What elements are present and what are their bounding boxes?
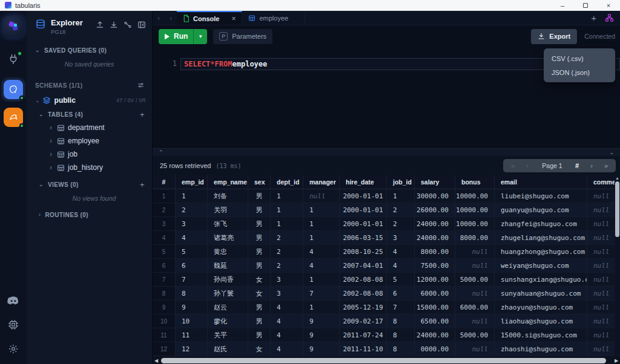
table-row[interactable]: 1212赵氏女492011-11-1080000.00nullzhaoshi@s… <box>153 342 620 356</box>
data-cell-emp_name[interactable]: 刘备 <box>208 189 248 203</box>
column-header-bonus[interactable]: bonus <box>455 175 495 189</box>
data-cell-comment[interactable]: null <box>587 314 615 328</box>
row-number-cell[interactable]: 6 <box>153 259 176 272</box>
data-cell-sex[interactable]: 男 <box>248 301 271 314</box>
table-item-job_history[interactable]: ›job_history <box>36 161 152 174</box>
column-header-salary[interactable]: salary <box>415 175 455 189</box>
data-cell-manager[interactable]: 1 <box>303 203 340 216</box>
export-button[interactable]: Export <box>531 29 577 44</box>
row-number-cell[interactable]: 3 <box>153 217 176 230</box>
filter-sliders-icon[interactable] <box>137 82 145 89</box>
column-header-#[interactable]: # <box>153 175 176 189</box>
collapse-up-icon[interactable]: ⌃ <box>159 149 163 155</box>
data-cell-dept_id[interactable]: 3 <box>271 273 303 286</box>
column-header-job_id[interactable]: job_id <box>387 175 415 189</box>
data-cell-job_id[interactable]: 4 <box>387 259 415 272</box>
new-tab-button[interactable]: + <box>591 13 596 23</box>
tables-section[interactable]: ⌄ TABLES (4) + <box>36 108 152 121</box>
add-view-button[interactable]: + <box>140 180 145 189</box>
data-cell-hire_date[interactable]: 2008-10-25 <box>340 245 387 258</box>
data-cell-emp_name[interactable]: 廖化 <box>208 314 248 328</box>
data-cell-emp_name[interactable]: 张飞 <box>208 217 248 230</box>
data-cell-job_id[interactable]: 2 <box>387 203 415 216</box>
data-cell-dept_id[interactable]: 1 <box>271 189 303 203</box>
parameters-button[interactable]: P Parameters <box>213 29 272 44</box>
data-cell-salary[interactable]: 24000.00 <box>415 328 455 342</box>
table-row[interactable]: 66魏延男242007-04-0147500.00nullweiyan@shug… <box>153 259 620 273</box>
table-item-department[interactable]: ›department <box>36 121 152 134</box>
column-header-email[interactable]: email <box>495 175 587 189</box>
data-cell-email[interactable]: sunshangxiang@shuguo.com <box>495 273 587 286</box>
data-cell-dept_id[interactable]: 4 <box>271 301 303 314</box>
table-row[interactable]: 44诸葛亮男212006-03-15324000.008000.00zhugel… <box>153 231 620 245</box>
collapse-down-icon[interactable]: ⌄ <box>609 149 614 155</box>
data-cell-emp_name[interactable]: 关羽 <box>208 203 248 216</box>
data-cell-hire_date[interactable]: 2011-11-10 <box>340 342 387 356</box>
data-cell-salary[interactable]: 26000.00 <box>415 203 455 216</box>
data-cell-hire_date[interactable]: 2006-03-15 <box>340 231 387 244</box>
column-header-emp_id[interactable]: emp_id <box>176 175 208 189</box>
data-cell-manager[interactable]: 1 <box>303 231 340 244</box>
data-cell-manager[interactable]: 1 <box>303 273 340 286</box>
data-cell-bonus[interactable]: 10000.00 <box>455 203 495 216</box>
data-cell-job_id[interactable]: 8 <box>387 328 415 342</box>
tab-nav-back-button[interactable]: ‹ <box>153 11 165 25</box>
data-cell-salary[interactable]: 7500.00 <box>415 259 455 272</box>
data-cell-manager[interactable]: 1 <box>303 217 340 230</box>
data-cell-bonus[interactable]: null <box>455 259 495 272</box>
data-cell-hire_date[interactable]: 2011-07-24 <box>340 328 387 342</box>
data-cell-emp_id[interactable]: 12 <box>176 342 208 356</box>
table-row[interactable]: 55黄忠男242008-10-2548000.00nullhuangzhong@… <box>153 245 620 259</box>
row-number-cell[interactable]: 9 <box>153 301 176 314</box>
data-cell-comment[interactable]: null <box>587 328 615 342</box>
row-number-cell[interactable]: 2 <box>153 203 176 216</box>
data-cell-comment[interactable]: null <box>587 203 615 216</box>
data-cell-bonus[interactable]: 10000.00 <box>455 189 495 203</box>
data-cell-comment[interactable]: null <box>587 217 615 230</box>
data-cell-hire_date[interactable]: 2000-01-01 <box>340 203 387 216</box>
data-cell-emp_id[interactable]: 6 <box>176 259 208 272</box>
data-cell-emp_id[interactable]: 4 <box>176 231 208 244</box>
horizontal-scroll-thumb[interactable] <box>161 358 606 363</box>
horizontal-scrollbar[interactable]: ◀ ▶ <box>153 357 620 364</box>
data-cell-emp_name[interactable]: 孙尚香 <box>208 273 248 286</box>
data-cell-sex[interactable]: 男 <box>248 189 271 203</box>
close-button[interactable]: × <box>597 0 620 10</box>
data-cell-hire_date[interactable]: 2007-04-01 <box>340 259 387 272</box>
data-cell-salary[interactable]: 8000.00 <box>415 245 455 258</box>
data-cell-comment[interactable]: null <box>587 259 615 272</box>
data-cell-emp_id[interactable]: 11 <box>176 328 208 342</box>
prev-page-button[interactable]: ‹ <box>520 162 535 169</box>
data-cell-comment[interactable]: null <box>587 301 615 314</box>
data-cell-bonus[interactable]: null <box>455 287 495 300</box>
data-cell-dept_id[interactable]: 3 <box>271 287 303 300</box>
data-cell-hire_date[interactable]: 2009-02-17 <box>340 314 387 328</box>
data-cell-dept_id[interactable]: 1 <box>271 217 303 230</box>
row-number-cell[interactable]: 1 <box>153 189 176 203</box>
data-cell-sex[interactable]: 女 <box>248 273 271 286</box>
data-cell-job_id[interactable]: 3 <box>387 231 415 244</box>
data-cell-emp_id[interactable]: 5 <box>176 245 208 258</box>
data-cell-sex[interactable]: 男 <box>248 203 271 216</box>
table-row[interactable]: 99赵云男412005-12-19715000.006000.00zhaoyun… <box>153 301 620 314</box>
data-cell-manager[interactable]: 1 <box>303 301 340 314</box>
next-page-button[interactable]: › <box>584 162 599 169</box>
data-cell-sex[interactable]: 男 <box>248 231 271 244</box>
data-cell-salary[interactable]: 6000.00 <box>415 287 455 300</box>
data-cell-dept_id[interactable]: 4 <box>271 342 303 356</box>
table-row[interactable]: 11刘备男1null2000-01-01130000.0010000.00liu… <box>153 189 620 203</box>
data-cell-emp_name[interactable]: 关平 <box>208 328 248 342</box>
data-cell-bonus[interactable]: 5000.00 <box>455 328 495 342</box>
column-header-sex[interactable]: sex <box>248 175 271 189</box>
data-cell-emp_id[interactable]: 8 <box>176 287 208 300</box>
er-graph-icon[interactable] <box>605 13 614 22</box>
data-cell-email[interactable]: zhangfei@shuguo.com <box>495 217 587 230</box>
run-button[interactable]: Run ▼ <box>159 29 207 44</box>
scroll-left-arrow[interactable]: ◀ <box>153 358 160 363</box>
goto-page-button[interactable]: # <box>570 162 584 169</box>
data-cell-sex[interactable]: 男 <box>248 217 271 230</box>
data-cell-hire_date[interactable]: 2000-01-01 <box>340 189 387 203</box>
data-cell-comment[interactable]: null <box>587 342 615 356</box>
data-cell-emp_name[interactable]: 诸葛亮 <box>208 231 248 244</box>
data-cell-job_id[interactable]: 8 <box>387 342 415 356</box>
